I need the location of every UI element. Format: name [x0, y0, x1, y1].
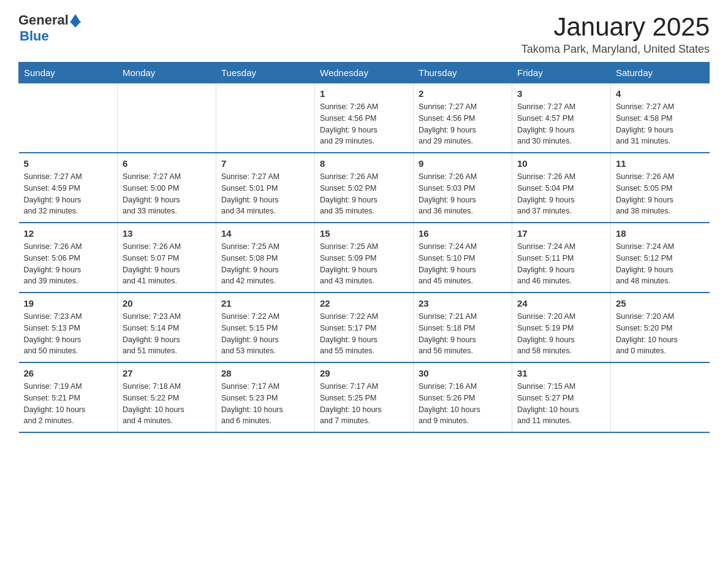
calendar-cell: 27Sunrise: 7:18 AM Sunset: 5:22 PM Dayli… — [118, 362, 216, 432]
day-number: 2 — [419, 88, 507, 99]
day-number: 28 — [221, 368, 309, 378]
day-info: Sunrise: 7:21 AM Sunset: 5:18 PM Dayligh… — [419, 311, 507, 357]
weekday-header-row: SundayMondayTuesdayWednesdayThursdayFrid… — [19, 63, 710, 83]
calendar-table: SundayMondayTuesdayWednesdayThursdayFrid… — [18, 62, 710, 433]
day-info: Sunrise: 7:17 AM Sunset: 5:23 PM Dayligh… — [221, 381, 309, 427]
day-info: Sunrise: 7:27 AM Sunset: 5:00 PM Dayligh… — [123, 171, 211, 217]
day-info: Sunrise: 7:24 AM Sunset: 5:10 PM Dayligh… — [419, 241, 507, 287]
calendar-cell: 22Sunrise: 7:22 AM Sunset: 5:17 PM Dayli… — [315, 293, 414, 362]
day-info: Sunrise: 7:25 AM Sunset: 5:08 PM Dayligh… — [221, 241, 309, 287]
calendar-cell: 18Sunrise: 7:24 AM Sunset: 5:12 PM Dayli… — [611, 223, 710, 293]
logo: General Blue — [18, 12, 81, 44]
day-info: Sunrise: 7:24 AM Sunset: 5:11 PM Dayligh… — [517, 241, 605, 287]
calendar-cell — [611, 362, 710, 432]
day-info: Sunrise: 7:23 AM Sunset: 5:13 PM Dayligh… — [24, 311, 113, 357]
day-number: 25 — [616, 298, 705, 308]
day-number: 6 — [123, 158, 211, 169]
calendar-cell: 12Sunrise: 7:26 AM Sunset: 5:06 PM Dayli… — [19, 223, 118, 293]
day-info: Sunrise: 7:26 AM Sunset: 5:06 PM Dayligh… — [24, 241, 113, 287]
calendar-subtitle: Takoma Park, Maryland, United States — [521, 43, 710, 56]
day-info: Sunrise: 7:15 AM Sunset: 5:27 PM Dayligh… — [517, 381, 605, 427]
weekday-header-monday: Monday — [118, 63, 216, 83]
calendar-cell: 13Sunrise: 7:26 AM Sunset: 5:07 PM Dayli… — [118, 223, 216, 293]
calendar-cell: 3Sunrise: 7:27 AM Sunset: 4:57 PM Daylig… — [512, 83, 611, 153]
weekday-header-sunday: Sunday — [19, 63, 118, 83]
calendar-cell: 26Sunrise: 7:19 AM Sunset: 5:21 PM Dayli… — [19, 362, 118, 432]
calendar-cell: 6Sunrise: 7:27 AM Sunset: 5:00 PM Daylig… — [118, 153, 216, 223]
day-info: Sunrise: 7:26 AM Sunset: 4:56 PM Dayligh… — [320, 101, 408, 147]
logo-blue-text: Blue — [20, 28, 49, 44]
day-number: 9 — [419, 158, 507, 169]
calendar-cell: 24Sunrise: 7:20 AM Sunset: 5:19 PM Dayli… — [512, 293, 611, 362]
calendar-cell: 11Sunrise: 7:26 AM Sunset: 5:05 PM Dayli… — [611, 153, 710, 223]
day-number: 8 — [320, 158, 408, 169]
day-info: Sunrise: 7:27 AM Sunset: 4:57 PM Dayligh… — [517, 101, 605, 147]
day-number: 15 — [320, 228, 408, 239]
calendar-week-row: 12Sunrise: 7:26 AM Sunset: 5:06 PM Dayli… — [19, 223, 710, 293]
calendar-cell — [216, 83, 315, 153]
calendar-cell: 9Sunrise: 7:26 AM Sunset: 5:03 PM Daylig… — [414, 153, 512, 223]
day-number: 16 — [419, 228, 507, 239]
weekday-header-thursday: Thursday — [414, 63, 512, 83]
calendar-cell: 21Sunrise: 7:22 AM Sunset: 5:15 PM Dayli… — [216, 293, 315, 362]
calendar-cell: 1Sunrise: 7:26 AM Sunset: 4:56 PM Daylig… — [315, 83, 414, 153]
calendar-week-row: 26Sunrise: 7:19 AM Sunset: 5:21 PM Dayli… — [19, 362, 710, 432]
calendar-cell: 17Sunrise: 7:24 AM Sunset: 5:11 PM Dayli… — [512, 223, 611, 293]
day-info: Sunrise: 7:26 AM Sunset: 5:04 PM Dayligh… — [517, 171, 605, 217]
calendar-cell — [19, 83, 118, 153]
day-number: 30 — [419, 368, 507, 378]
day-number: 10 — [517, 158, 605, 169]
day-number: 3 — [517, 88, 605, 99]
day-number: 27 — [123, 368, 211, 378]
page-header: General Blue January 2025 Takoma Park, M… — [18, 12, 710, 56]
day-info: Sunrise: 7:26 AM Sunset: 5:02 PM Dayligh… — [320, 171, 408, 217]
day-info: Sunrise: 7:24 AM Sunset: 5:12 PM Dayligh… — [616, 241, 705, 287]
calendar-cell: 28Sunrise: 7:17 AM Sunset: 5:23 PM Dayli… — [216, 362, 315, 432]
day-number: 7 — [221, 158, 309, 169]
day-info: Sunrise: 7:19 AM Sunset: 5:21 PM Dayligh… — [24, 381, 113, 427]
calendar-cell: 10Sunrise: 7:26 AM Sunset: 5:04 PM Dayli… — [512, 153, 611, 223]
day-number: 19 — [24, 298, 113, 308]
day-info: Sunrise: 7:27 AM Sunset: 5:01 PM Dayligh… — [221, 171, 309, 217]
calendar-cell: 5Sunrise: 7:27 AM Sunset: 4:59 PM Daylig… — [19, 153, 118, 223]
calendar-cell: 31Sunrise: 7:15 AM Sunset: 5:27 PM Dayli… — [512, 362, 611, 432]
day-info: Sunrise: 7:26 AM Sunset: 5:07 PM Dayligh… — [123, 241, 211, 287]
day-info: Sunrise: 7:16 AM Sunset: 5:26 PM Dayligh… — [419, 381, 507, 427]
day-info: Sunrise: 7:18 AM Sunset: 5:22 PM Dayligh… — [123, 381, 211, 427]
day-number: 20 — [123, 298, 211, 308]
calendar-cell: 25Sunrise: 7:20 AM Sunset: 5:20 PM Dayli… — [611, 293, 710, 362]
day-number: 17 — [517, 228, 605, 239]
calendar-cell — [118, 83, 216, 153]
day-number: 14 — [221, 228, 309, 239]
day-number: 24 — [517, 298, 605, 308]
weekday-header-saturday: Saturday — [611, 63, 710, 83]
day-info: Sunrise: 7:25 AM Sunset: 5:09 PM Dayligh… — [320, 241, 408, 287]
calendar-cell: 8Sunrise: 7:26 AM Sunset: 5:02 PM Daylig… — [315, 153, 414, 223]
day-info: Sunrise: 7:27 AM Sunset: 4:59 PM Dayligh… — [24, 171, 113, 217]
calendar-cell: 29Sunrise: 7:17 AM Sunset: 5:25 PM Dayli… — [315, 362, 414, 432]
day-info: Sunrise: 7:20 AM Sunset: 5:19 PM Dayligh… — [517, 311, 605, 357]
day-number: 29 — [320, 368, 408, 378]
calendar-week-row: 1Sunrise: 7:26 AM Sunset: 4:56 PM Daylig… — [19, 83, 710, 153]
calendar-title: January 2025 — [521, 12, 710, 42]
weekday-header-tuesday: Tuesday — [216, 63, 315, 83]
day-number: 18 — [616, 228, 705, 239]
day-number: 13 — [123, 228, 211, 239]
day-number: 12 — [24, 228, 113, 239]
day-info: Sunrise: 7:22 AM Sunset: 5:17 PM Dayligh… — [320, 311, 408, 357]
logo-general-text: General — [18, 12, 69, 28]
calendar-cell: 16Sunrise: 7:24 AM Sunset: 5:10 PM Dayli… — [414, 223, 512, 293]
weekday-header-friday: Friday — [512, 63, 611, 83]
calendar-cell: 30Sunrise: 7:16 AM Sunset: 5:26 PM Dayli… — [414, 362, 512, 432]
day-info: Sunrise: 7:26 AM Sunset: 5:05 PM Dayligh… — [616, 171, 705, 217]
day-info: Sunrise: 7:23 AM Sunset: 5:14 PM Dayligh… — [123, 311, 211, 357]
day-number: 23 — [419, 298, 507, 308]
day-info: Sunrise: 7:22 AM Sunset: 5:15 PM Dayligh… — [221, 311, 309, 357]
calendar-week-row: 5Sunrise: 7:27 AM Sunset: 4:59 PM Daylig… — [19, 153, 710, 223]
calendar-cell: 2Sunrise: 7:27 AM Sunset: 4:56 PM Daylig… — [414, 83, 512, 153]
day-number: 26 — [24, 368, 113, 378]
day-number: 4 — [616, 88, 705, 99]
day-info: Sunrise: 7:20 AM Sunset: 5:20 PM Dayligh… — [616, 311, 705, 357]
calendar-cell: 4Sunrise: 7:27 AM Sunset: 4:58 PM Daylig… — [611, 83, 710, 153]
calendar-cell: 19Sunrise: 7:23 AM Sunset: 5:13 PM Dayli… — [19, 293, 118, 362]
